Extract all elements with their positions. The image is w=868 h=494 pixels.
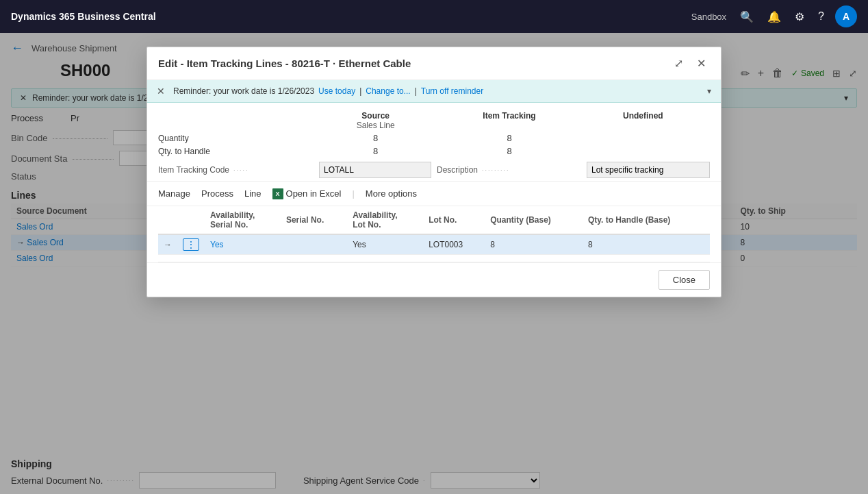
toolbar-more-options[interactable]: More options bbox=[366, 186, 417, 201]
modal-summary-area: Source Item Tracking Undefined Sales Lin… bbox=[147, 103, 721, 181]
settings-icon[interactable]: ⚙ bbox=[792, 8, 807, 26]
qty-handle-label: Qty. to Handle bbox=[158, 147, 309, 156]
modal-reminder-expand-icon[interactable]: ▾ bbox=[707, 86, 711, 96]
notification-icon[interactable]: 🔔 bbox=[765, 8, 784, 26]
modal-reminder-change-to[interactable]: Change to... bbox=[366, 86, 410, 96]
description-input[interactable] bbox=[587, 162, 710, 178]
row-actions-cell[interactable]: ⋮ bbox=[177, 234, 205, 255]
col-lot-no: Lot No. bbox=[423, 206, 485, 234]
source-sub: Sales Line bbox=[309, 121, 442, 130]
modal-header-icons: ⤢ ✕ bbox=[670, 55, 710, 71]
avail-serial-link[interactable]: Yes bbox=[210, 240, 224, 249]
toolbar-separator: | bbox=[352, 188, 354, 199]
modal-close-icon[interactable]: ✕ bbox=[693, 55, 710, 71]
quantity-cell: 8 bbox=[485, 234, 583, 255]
modal-reminder-close[interactable]: ✕ bbox=[157, 86, 165, 97]
row-context-menu-button[interactable]: ⋮ bbox=[183, 238, 199, 251]
col-avail-lot: Availability,Lot No. bbox=[347, 206, 423, 234]
modal-toolbar: Manage Process Line X Open in Excel | Mo… bbox=[147, 181, 721, 206]
modal-reminder-turn-off[interactable]: Turn off reminder bbox=[421, 86, 483, 96]
lot-no-cell: LOT0003 bbox=[423, 234, 485, 255]
item-tracking-dialog: Edit - Item Tracking Lines - 80216-T · E… bbox=[146, 47, 722, 297]
main-area: ← Warehouse Shipment SH000 ✏ + 🗑 ✓ Saved… bbox=[0, 33, 868, 494]
app-title: Dynamics 365 Business Central bbox=[11, 11, 680, 22]
help-icon[interactable]: ? bbox=[815, 8, 827, 25]
tracking-lines-table: Availability,Serial No. Serial No. Avail… bbox=[158, 206, 710, 262]
tracking-row-empty bbox=[158, 255, 710, 262]
col-serial-no: Serial No. bbox=[281, 206, 347, 234]
nav-icons: 🔍 🔔 ⚙ ? A bbox=[737, 5, 857, 27]
toolbar-manage[interactable]: Manage bbox=[158, 186, 190, 201]
quantity-source-val: 8 bbox=[309, 133, 442, 143]
avatar[interactable]: A bbox=[835, 5, 857, 27]
excel-icon: X bbox=[272, 188, 283, 199]
top-navigation: Dynamics 365 Business Central Sandbox 🔍 … bbox=[0, 0, 868, 33]
modal-title: Edit - Item Tracking Lines - 80216-T · E… bbox=[158, 58, 411, 69]
tracking-row: → ⋮ Yes Yes LOT0003 8 8 bbox=[158, 234, 710, 255]
avail-lot-cell: Yes bbox=[347, 234, 423, 255]
col-quantity-base: Quantity (Base) bbox=[485, 206, 583, 234]
modal-data-grid: Availability,Serial No. Serial No. Avail… bbox=[147, 206, 721, 262]
close-button[interactable]: Close bbox=[659, 270, 710, 290]
modal-expand-icon[interactable]: ⤢ bbox=[670, 55, 687, 71]
modal-footer: Close bbox=[147, 262, 721, 297]
modal-overlay: Edit - Item Tracking Lines - 80216-T · E… bbox=[0, 33, 868, 494]
qty-handle-tracking-val: 8 bbox=[442, 146, 576, 156]
quantity-tracking-val: 8 bbox=[442, 133, 576, 143]
col-indicator bbox=[158, 206, 177, 234]
modal-reminder-use-today[interactable]: Use today bbox=[318, 86, 355, 96]
qty-handle-source-val: 8 bbox=[309, 146, 442, 156]
col-avail-serial: Availability,Serial No. bbox=[205, 206, 281, 234]
row-arrow-cell: → bbox=[158, 234, 177, 255]
quantity-label: Quantity bbox=[158, 134, 309, 143]
item-tracking-header: Item Tracking bbox=[442, 111, 576, 121]
env-label: Sandbox bbox=[691, 12, 726, 22]
toolbar-open-excel[interactable]: X Open in Excel bbox=[272, 188, 342, 199]
source-header: Source bbox=[309, 111, 442, 121]
toolbar-line[interactable]: Line bbox=[244, 186, 261, 201]
item-tracking-code-input[interactable] bbox=[319, 162, 431, 178]
modal-header: Edit - Item Tracking Lines - 80216-T · E… bbox=[147, 47, 721, 80]
item-tracking-code-label: Item Tracking Code bbox=[158, 165, 229, 175]
col-qty-handle-base: Qty. to Handle (Base) bbox=[583, 206, 710, 234]
search-icon[interactable]: 🔍 bbox=[737, 8, 756, 26]
col-actions bbox=[177, 206, 205, 234]
avail-serial-cell: Yes bbox=[205, 234, 281, 255]
description-label: Description bbox=[437, 165, 478, 175]
modal-reminder-bar: ✕ Reminder: your work date is 1/26/2023 … bbox=[147, 80, 721, 103]
toolbar-process[interactable]: Process bbox=[201, 186, 233, 201]
qty-handle-cell: 8 bbox=[583, 234, 710, 255]
serial-no-cell[interactable] bbox=[281, 234, 347, 255]
undefined-header: Undefined bbox=[576, 111, 710, 121]
